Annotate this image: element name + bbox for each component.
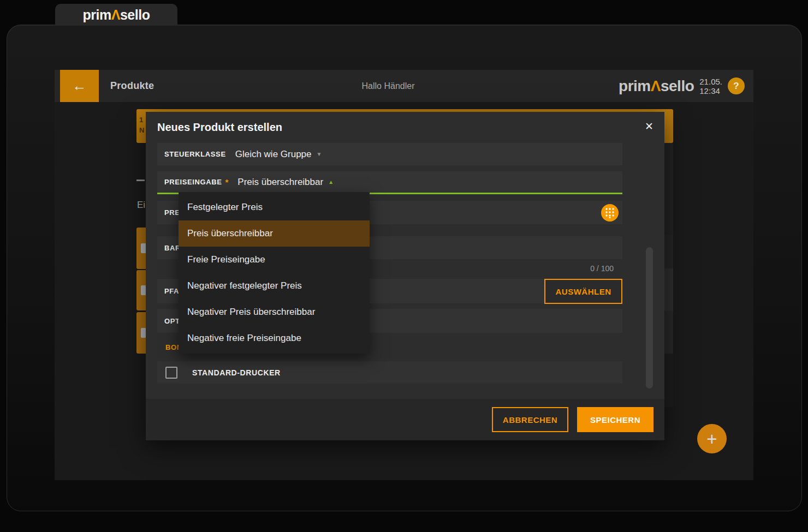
dialpad-icon [605, 207, 615, 218]
dropdown-item-1[interactable]: Preis überschreibbar [179, 220, 370, 247]
background-block [664, 268, 673, 311]
auswaehlen-button[interactable]: AUSWÄHLEN [544, 279, 622, 304]
time-text: 12:34 [699, 86, 722, 95]
close-button[interactable]: ✕ [645, 120, 653, 133]
dropdown-item-2[interactable]: Freie Preiseingabe [179, 247, 370, 273]
close-icon: ✕ [645, 121, 653, 132]
standard-drucker-row[interactable]: STANDARD-DRUCKER [157, 361, 622, 384]
product-tile-fragment [136, 312, 146, 354]
header-right: primΛsello 21.05.12:34 ? [619, 70, 745, 102]
background-block [664, 143, 673, 235]
logo-accent-icon: Λ [651, 77, 661, 94]
standard-drucker-checkbox[interactable] [165, 367, 177, 379]
speichern-button[interactable]: SPEICHERN [577, 407, 653, 432]
screen: primΛsello 1N Ei ← Produkte Hallo Händle… [0, 0, 808, 532]
primasello-logo: primΛsello [619, 77, 694, 95]
dropdown-item-5[interactable]: Negative freie Preiseingabe [179, 325, 370, 351]
logo-accent-icon: Λ [111, 7, 120, 22]
background-block [664, 235, 673, 268]
preiseingabe-select[interactable]: PREISEINGABE * Preis überschreibbar ▲ [157, 171, 622, 194]
question-mark-icon: ? [733, 81, 739, 92]
dropdown-item-3[interactable]: Negativer festgelegter Preis [179, 273, 370, 299]
preiseingabe-dropdown: Festgelegter PreisPreis überschreibbarFr… [179, 192, 370, 354]
banner-text-fragment: 1N [139, 115, 144, 135]
dropdown-item-4[interactable]: Negativer Preis überschreibbar [179, 299, 370, 325]
keypad-button[interactable] [601, 204, 619, 222]
chevron-down-icon: ▼ [317, 151, 322, 157]
product-tile-fragment [136, 228, 146, 269]
preiseingabe-label: PREISEINGABE [164, 178, 222, 186]
date-text: 21.05. [699, 77, 722, 86]
app-window: 1N Ei ← Produkte Hallo Händler primΛsell… [55, 70, 753, 480]
modal-scrollbar[interactable] [646, 247, 653, 388]
chevron-up-icon: ▲ [328, 179, 334, 185]
plus-icon: + [706, 430, 717, 448]
steuerklasse-select[interactable]: STEUERKLASSE Gleich wie Gruppe ▼ [157, 143, 622, 165]
background-block [664, 354, 673, 407]
background-dash [136, 180, 145, 181]
modal-footer: ABBRECHEN SPEICHERN [146, 399, 664, 440]
app-header: ← Produkte Hallo Händler primΛsello 21.0… [55, 70, 753, 102]
product-tile-fragment [136, 270, 146, 310]
datetime: 21.05.12:34 [699, 77, 722, 95]
dropdown-item-0[interactable]: Festgelegter Preis [179, 194, 370, 220]
primasello-logo: primΛsello [83, 7, 150, 23]
background-text-fragment: Ei [137, 200, 145, 211]
add-product-fab[interactable]: + [697, 424, 727, 453]
steuerklasse-value: Gleich wie Gruppe [235, 149, 312, 160]
background-block [664, 311, 673, 354]
standard-drucker-label: STANDARD-DRUCKER [192, 368, 281, 377]
modal-title: Neues Produkt erstellen [157, 121, 282, 134]
help-button[interactable]: ? [728, 77, 745, 94]
preiseingabe-value: Preis überschreibbar [237, 177, 323, 188]
browser-tab[interactable]: primΛsello [55, 4, 177, 26]
abbrechen-button[interactable]: ABBRECHEN [492, 407, 568, 432]
steuerklasse-label: STEUERKLASSE [164, 150, 226, 158]
required-asterisk: * [225, 177, 228, 187]
